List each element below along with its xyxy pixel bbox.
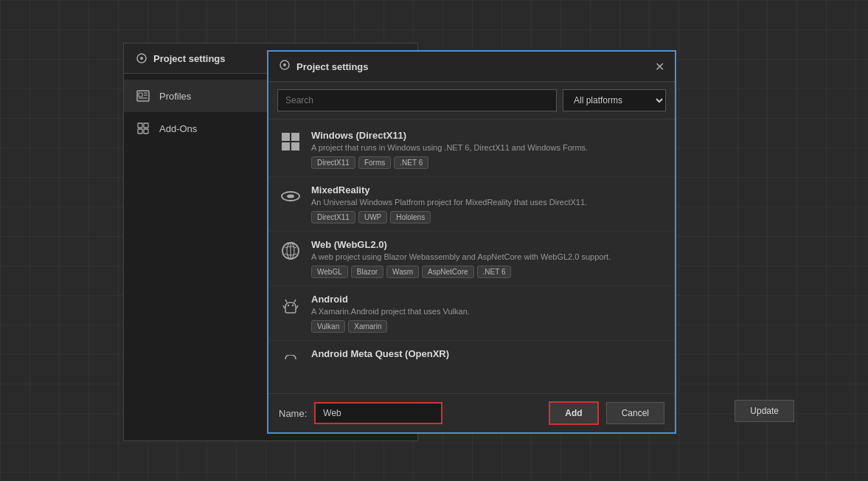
- webgl-item-title: Web (WebGL2.0): [311, 239, 664, 250]
- tag-directx11-1: DirectX11: [311, 156, 355, 169]
- modal-toolbar: All platforms Windows Mobile Web: [268, 82, 675, 120]
- tag-net6-2: .NET 6: [477, 266, 512, 278]
- tag-hololens: Hololens: [390, 211, 431, 224]
- tag-webgl: WebGL: [311, 266, 348, 278]
- mixedreality-item-content: MixedReality An Universal Windows Platfr…: [311, 184, 664, 224]
- update-button[interactable]: Update: [735, 400, 794, 422]
- svg-rect-8: [144, 123, 148, 128]
- list-item-webgl[interactable]: Web (WebGL2.0) A web project using Blazo…: [268, 232, 675, 286]
- windows-item-content: Windows (DirectX11) A project that runs …: [311, 130, 664, 169]
- cancel-button[interactable]: Cancel: [606, 402, 664, 424]
- svg-point-18: [287, 195, 294, 198]
- tag-directx11-2: DirectX11: [311, 211, 355, 224]
- mixedreality-item-tags: DirectX11 UWP Hololens: [311, 211, 664, 224]
- name-label: Name:: [279, 408, 307, 419]
- svg-rect-15: [282, 142, 290, 150]
- modal-footer: Name: Add Cancel: [268, 393, 675, 432]
- android-item-title: Android: [311, 294, 664, 305]
- tag-xamarin: Xamarin: [348, 320, 387, 333]
- modal-close-button[interactable]: ✕: [655, 60, 664, 74]
- svg-rect-10: [144, 129, 148, 134]
- android-quest-icon: [279, 348, 302, 363]
- android-quest-content: Android Meta Quest (OpenXR): [311, 348, 664, 356]
- list-item-android[interactable]: Android A Xamarin.Android project that u…: [268, 286, 675, 341]
- svg-point-1: [140, 57, 143, 60]
- modal-dialog: Project settings ✕ All platforms Windows…: [267, 50, 676, 434]
- webgl-item-content: Web (WebGL2.0) A web project using Blazo…: [311, 239, 664, 278]
- sentry-logo-icon: [136, 52, 147, 64]
- tag-aspnetcore: AspNetCore: [422, 266, 473, 278]
- webgl-icon: [279, 239, 302, 263]
- svg-rect-14: [291, 133, 299, 141]
- svg-point-24: [288, 305, 289, 306]
- add-button[interactable]: Add: [549, 401, 598, 425]
- tag-forms: Forms: [358, 156, 391, 169]
- svg-point-12: [283, 63, 286, 66]
- windows-item-tags: DirectX11 Forms .NET 6: [311, 156, 664, 169]
- svg-rect-16: [291, 142, 299, 150]
- name-input[interactable]: [314, 402, 442, 424]
- list-item-mixedreality[interactable]: MixedReality An Universal Windows Platfr…: [268, 177, 675, 232]
- svg-rect-7: [138, 123, 142, 128]
- svg-point-25: [292, 305, 294, 306]
- svg-line-23: [296, 305, 298, 308]
- modal-header: Project settings ✕: [268, 52, 675, 82]
- list-item-android-quest[interactable]: Android Meta Quest (OpenXR): [268, 341, 675, 363]
- svg-rect-9: [138, 129, 142, 134]
- android-quest-title: Android Meta Quest (OpenXR): [311, 348, 664, 359]
- tag-net6-1: .NET 6: [394, 156, 428, 169]
- outer-panel-title: Project settings: [153, 53, 226, 64]
- svg-rect-13: [282, 133, 290, 141]
- sidebar-item-profiles-label: Profiles: [159, 91, 191, 102]
- windows-item-title: Windows (DirectX11): [311, 130, 664, 141]
- mixedreality-item-title: MixedReality: [311, 184, 664, 195]
- search-input[interactable]: [277, 89, 557, 111]
- mixedreality-item-desc: An Universal Windows Platfrom project fo…: [311, 198, 664, 207]
- platform-list: Windows (DirectX11) A project that runs …: [268, 120, 675, 393]
- list-item-windows[interactable]: Windows (DirectX11) A project that runs …: [268, 122, 675, 177]
- addons-icon: [136, 121, 150, 136]
- mixedreality-icon: [279, 184, 302, 208]
- windows-item-desc: A project that runs in Windows using .NE…: [311, 143, 664, 152]
- sidebar-item-addons-label: Add-Ons: [159, 123, 197, 134]
- tag-vulkan: Vulkan: [311, 320, 345, 333]
- android-icon: [279, 294, 302, 317]
- profiles-icon: [136, 89, 150, 103]
- webgl-item-tags: WebGL Blazor Wasm AspNetCore .NET 6: [311, 266, 664, 278]
- webgl-item-desc: A web project using Blazor Webassembly a…: [311, 252, 664, 261]
- android-item-content: Android A Xamarin.Android project that u…: [311, 294, 664, 333]
- modal-logo-icon: [279, 59, 291, 74]
- tag-uwp: UWP: [358, 211, 387, 224]
- modal-title: Project settings: [296, 61, 369, 72]
- windows-icon: [279, 130, 302, 153]
- svg-rect-3: [139, 93, 142, 97]
- android-item-tags: Vulkan Xamarin: [311, 320, 664, 333]
- platform-select[interactable]: All platforms Windows Mobile Web: [563, 89, 666, 111]
- svg-line-22: [283, 305, 285, 308]
- tag-blazor: Blazor: [351, 266, 383, 278]
- tag-wasm: Wasm: [386, 266, 419, 278]
- android-item-desc: A Xamarin.Android project that uses Vulk…: [311, 307, 664, 316]
